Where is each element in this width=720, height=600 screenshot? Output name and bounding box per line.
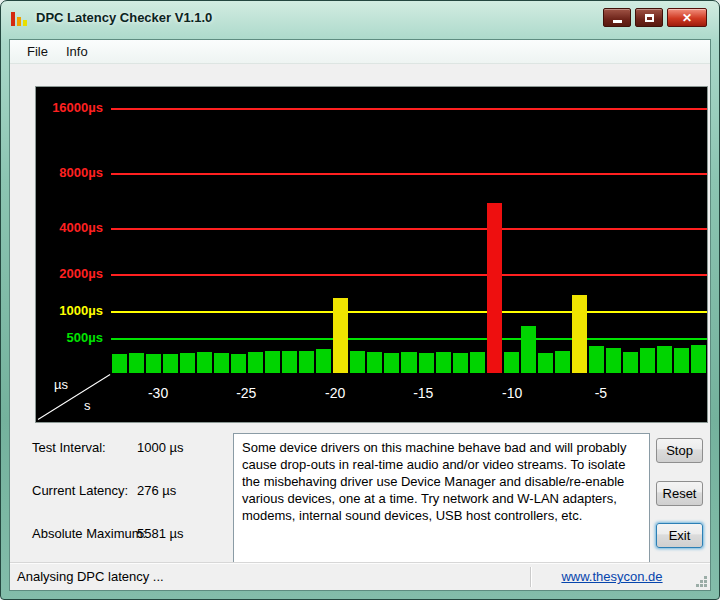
gridline-16000 — [111, 108, 707, 110]
latency-bar — [538, 353, 553, 373]
x-axis-label: -15 — [407, 385, 439, 401]
y-axis-label: 4000µs — [59, 220, 103, 236]
menu-file[interactable]: File — [18, 41, 57, 62]
icon-bar-red — [11, 12, 15, 26]
stat-absolute-maximum: Absolute Maximum: 5581 µs — [32, 526, 232, 541]
gridline-1000 — [111, 311, 707, 313]
icon-bar-yellow — [23, 20, 27, 26]
stat-value: 276 µs — [137, 483, 176, 498]
gridline-500 — [111, 338, 707, 340]
icon-bar-orange — [17, 17, 21, 26]
latency-bar — [674, 348, 689, 373]
latency-bar — [214, 353, 229, 373]
latency-bar — [265, 351, 280, 373]
plot-area — [111, 87, 707, 373]
resize-grip[interactable] — [692, 563, 710, 590]
latency-bar — [112, 354, 127, 373]
latency-bar — [504, 352, 519, 373]
app-window: DPC Latency Checker V1.1.0 ✕ File Info 1… — [0, 0, 720, 600]
resize-grip-icon — [695, 575, 708, 588]
latency-bar — [419, 353, 434, 373]
status-text: Analysing DPC latency ... — [10, 569, 530, 584]
latency-bar — [248, 352, 263, 373]
x-axis-label: -5 — [585, 385, 617, 401]
latency-bar — [401, 352, 416, 373]
y-axis-label: 500µs — [67, 330, 103, 346]
axis-corner: µs s — [36, 373, 111, 422]
gridline-4000 — [111, 228, 707, 230]
gridline-2000 — [111, 274, 707, 276]
latency-bar — [470, 352, 485, 373]
y-axis-labels: 16000µs8000µs4000µs2000µs1000µs500µs — [36, 87, 111, 373]
stat-label: Test Interval: — [32, 440, 106, 455]
stop-button[interactable]: Stop — [656, 438, 703, 463]
x-axis-label: -20 — [319, 385, 351, 401]
status-link-pane: www.thesycon.de — [532, 569, 692, 584]
thesycon-link[interactable]: www.thesycon.de — [561, 569, 662, 584]
x-axis-label: -25 — [230, 385, 262, 401]
latency-bar — [589, 346, 604, 373]
latency-bar — [333, 298, 348, 373]
window-title: DPC Latency Checker V1.1.0 — [36, 10, 212, 25]
x-unit-label: s — [84, 398, 91, 413]
latency-bar — [231, 354, 246, 373]
stat-value: 5581 µs — [137, 526, 184, 541]
y-axis-label: 8000µs — [59, 165, 103, 181]
exit-button[interactable]: Exit — [656, 523, 703, 548]
latency-bar — [657, 346, 672, 373]
latency-bar — [163, 354, 178, 373]
close-icon: ✕ — [682, 12, 692, 24]
y-unit-label: µs — [54, 377, 68, 392]
titlebar[interactable]: DPC Latency Checker V1.1.0 ✕ — [1, 1, 719, 39]
stat-test-interval: Test Interval: 1000 µs — [32, 440, 232, 455]
latency-bar — [436, 352, 451, 373]
stat-value: 1000 µs — [137, 440, 184, 455]
menubar: File Info — [10, 40, 710, 64]
y-axis-label: 2000µs — [59, 266, 103, 282]
latency-bar — [282, 351, 297, 373]
stat-label: Absolute Maximum: — [32, 526, 146, 541]
stat-label: Current Latency: — [32, 483, 128, 498]
latency-bar — [350, 351, 365, 373]
latency-bar — [129, 353, 144, 373]
latency-bar — [197, 352, 212, 373]
minimize-icon — [613, 20, 622, 23]
latency-bar — [384, 353, 399, 373]
latency-bar — [316, 349, 331, 373]
window-controls: ✕ — [603, 8, 713, 27]
close-button[interactable]: ✕ — [667, 8, 707, 27]
latency-bar — [640, 348, 655, 373]
x-axis-label: -10 — [496, 385, 528, 401]
y-axis-label: 1000µs — [59, 303, 103, 319]
menu-info[interactable]: Info — [57, 41, 97, 62]
latency-bar — [487, 203, 502, 373]
status-bar: Analysing DPC latency ... www.thesycon.d… — [10, 562, 710, 590]
latency-bar — [572, 295, 587, 373]
latency-bar — [606, 348, 621, 373]
x-axis-labels: -30-25-20-15-10-5 — [111, 373, 707, 422]
latency-bar — [691, 345, 706, 373]
latency-bar — [623, 352, 638, 373]
latency-bar — [299, 351, 314, 373]
latency-bar — [180, 353, 195, 373]
y-axis-label: 16000µs — [52, 100, 103, 116]
latency-chart: 16000µs8000µs4000µs2000µs1000µs500µs -30… — [35, 86, 708, 423]
advice-textbox[interactable]: Some device drivers on this machine beha… — [233, 433, 650, 564]
client-area: File Info 16000µs8000µs4000µs2000µs1000µ… — [9, 39, 711, 591]
axis-diagonal-line — [38, 374, 111, 420]
latency-bar — [453, 353, 468, 373]
app-icon — [11, 10, 29, 26]
latency-bar — [367, 352, 382, 373]
x-axis-label: -30 — [142, 385, 174, 401]
stat-current-latency: Current Latency: 276 µs — [32, 483, 232, 498]
latency-bar — [146, 354, 161, 373]
maximize-icon — [645, 14, 654, 22]
maximize-button[interactable] — [635, 8, 663, 27]
reset-button[interactable]: Reset — [656, 481, 703, 506]
gridline-8000 — [111, 173, 707, 175]
minimize-button[interactable] — [603, 8, 631, 27]
latency-bar — [521, 326, 536, 373]
content: 16000µs8000µs4000µs2000µs1000µs500µs -30… — [10, 64, 710, 590]
latency-bar — [555, 351, 570, 373]
